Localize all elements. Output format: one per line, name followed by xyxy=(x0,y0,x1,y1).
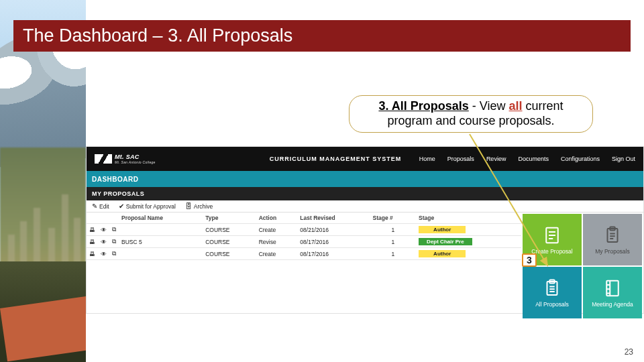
row-print-icon[interactable]: 🖶 xyxy=(87,224,98,236)
pencil-icon: ✎ xyxy=(92,203,97,210)
cell-name xyxy=(119,248,203,260)
table-row[interactable]: 🖶👁⧉COURSECreate08/17/20161Author xyxy=(87,248,521,260)
submit-button[interactable]: ✔Submit for Approval xyxy=(119,203,176,210)
dashboard-band: DASHBOARD xyxy=(87,171,643,187)
cell-date: 08/17/2016 xyxy=(297,248,370,260)
clipboard-icon xyxy=(602,225,623,245)
row-copy-icon[interactable]: ⧉ xyxy=(109,236,119,248)
step-badge-3: 3 xyxy=(522,253,537,267)
archive-button[interactable]: 🗄Archive xyxy=(185,203,213,210)
nav-review[interactable]: Review xyxy=(486,156,506,162)
proposals-toolbar: ✎Edit ✔Submit for Approval 🗄Archive xyxy=(87,200,643,213)
cell-stagenum: 1 xyxy=(370,236,417,248)
app-screenshot: Mt. SAC Mt. San Antonio College CURRICUL… xyxy=(86,146,644,314)
cell-date: 08/17/2016 xyxy=(297,236,370,248)
nav-home[interactable]: Home xyxy=(419,156,435,162)
cell-stage: Author xyxy=(416,224,521,236)
row-copy-icon[interactable]: ⧉ xyxy=(109,224,119,236)
table-row[interactable]: 🖶👁⧉BUSC 5COURSERevise08/17/20161Dept Cha… xyxy=(87,236,521,248)
system-name: CURRICULUM MANAGEMENT SYSTEM xyxy=(270,156,402,162)
nav-documents[interactable]: Documents xyxy=(518,156,549,162)
slide-title-bar: The Dashboard – 3. All Proposals xyxy=(13,20,631,52)
slide-number: 23 xyxy=(625,347,633,357)
cell-type: COURSE xyxy=(203,248,256,260)
background-photo xyxy=(0,0,86,362)
document-plus-icon xyxy=(542,225,562,245)
notebook-icon xyxy=(602,278,623,298)
logo-icon xyxy=(95,154,112,164)
row-print-icon[interactable]: 🖶 xyxy=(87,248,98,260)
callout-bubble: 3. All Proposals - View all current prog… xyxy=(349,95,593,133)
row-view-icon[interactable]: 👁 xyxy=(98,248,109,260)
archive-icon: 🗄 xyxy=(185,203,192,210)
cell-date: 08/21/2016 xyxy=(297,224,370,236)
cell-stage: Author xyxy=(416,248,521,260)
tile-all-proposals[interactable]: All Proposals xyxy=(523,267,582,318)
callout-heading: 3. All Proposals xyxy=(378,99,468,113)
tile-my-proposals[interactable]: My Proposals xyxy=(583,214,642,265)
top-nav: Home Proposals Review Documents Configur… xyxy=(419,156,635,162)
table-header-row: Proposal Name Type Action Last Revised S… xyxy=(87,213,521,224)
row-copy-icon[interactable]: ⧉ xyxy=(109,248,119,260)
cell-stage: Dept Chair Pre xyxy=(416,236,521,248)
cell-stagenum: 1 xyxy=(370,224,417,236)
cell-type: COURSE xyxy=(203,224,256,236)
tile-meeting-agenda[interactable]: Meeting Agenda xyxy=(583,267,642,318)
cell-action: Revise xyxy=(256,236,298,248)
my-proposals-band: MY PROPOSALS xyxy=(87,187,643,200)
clipboard-list-icon xyxy=(542,278,562,298)
slide-title: The Dashboard – 3. All Proposals xyxy=(23,25,292,46)
nav-signout[interactable]: Sign Out xyxy=(612,156,635,162)
cell-stagenum: 1 xyxy=(370,248,417,260)
cell-action: Create xyxy=(256,248,298,260)
proposals-table: Proposal Name Type Action Last Revised S… xyxy=(87,213,521,320)
edit-button[interactable]: ✎Edit xyxy=(92,203,109,210)
cell-action: Create xyxy=(256,224,298,236)
row-view-icon[interactable]: 👁 xyxy=(98,236,109,248)
row-view-icon[interactable]: 👁 xyxy=(98,224,109,236)
row-print-icon[interactable]: 🖶 xyxy=(87,236,98,248)
nav-configurations[interactable]: Configurations xyxy=(561,156,600,162)
cell-name xyxy=(119,224,203,236)
logo: Mt. SAC Mt. San Antonio College xyxy=(95,154,156,164)
app-header: Mt. SAC Mt. San Antonio College CURRICUL… xyxy=(87,147,643,171)
cell-name: BUSC 5 xyxy=(119,236,203,248)
cell-type: COURSE xyxy=(203,236,256,248)
callout-line2: program and course proposals. xyxy=(387,114,554,129)
check-icon: ✔ xyxy=(119,203,124,210)
table-row[interactable]: 🖶👁⧉COURSECreate08/21/20161Author xyxy=(87,224,521,236)
nav-proposals[interactable]: Proposals xyxy=(447,156,474,162)
action-tiles: Create Proposal My Proposals All Proposa… xyxy=(521,213,643,320)
